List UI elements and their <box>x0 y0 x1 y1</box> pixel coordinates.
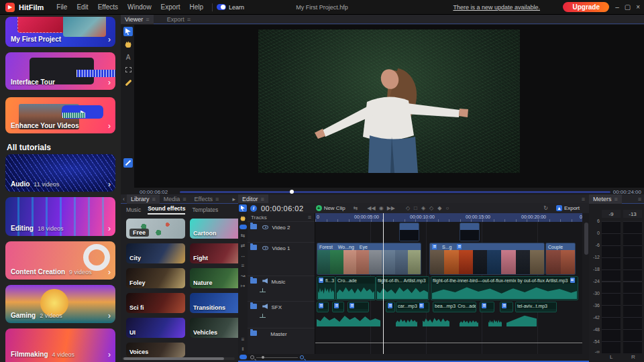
lock-icon[interactable] <box>250 304 257 309</box>
sfx-clip[interactable] <box>347 302 369 312</box>
export-button[interactable]: ▲ Export <box>556 205 580 211</box>
sfx-clip[interactable]: tel-aviv...t.mp3 <box>515 302 557 312</box>
category-city[interactable]: City <box>126 243 185 263</box>
featured-card-my-first-project[interactable]: My First Project › <box>5 17 115 47</box>
featured-card-interface-tour[interactable]: Interface Tour › <box>5 52 115 90</box>
track-lane-video2[interactable] <box>315 222 582 242</box>
tab-scroll-right-icon[interactable]: ▸ <box>229 196 238 202</box>
track-header-video1[interactable]: Video 1 <box>248 243 315 276</box>
keyframe-manual-icon[interactable]: ◆ <box>437 205 441 211</box>
hand-tool[interactable] <box>123 40 133 49</box>
keyframe-circle-icon[interactable]: ○ <box>445 205 449 211</box>
learn-toggle[interactable]: Learn <box>217 4 244 11</box>
upgrade-button[interactable]: Upgrade <box>563 2 609 12</box>
audio-clip[interactable]: fl...3 <box>317 276 335 300</box>
track-lane-sfx[interactable]: car...mp3 bea...mp3Cro...ade tel-aviv...… <box>315 301 582 328</box>
speaker-icon[interactable] <box>262 304 268 309</box>
video-clip[interactable] <box>399 223 419 241</box>
tab-library[interactable]: Library ≡ <box>127 194 160 204</box>
speaker-icon[interactable] <box>262 278 268 284</box>
envelope-tool[interactable]: ↝ <box>239 272 247 280</box>
sfx-clip[interactable]: bea...mp3Cro...ade <box>433 302 476 312</box>
category-voices[interactable]: Voices <box>126 343 185 357</box>
track-lane-master[interactable] <box>315 328 582 354</box>
slip-edit-icon[interactable]: ⇆ <box>354 205 358 211</box>
menu-file[interactable]: File <box>52 3 72 11</box>
track-lane-music[interactable]: fl...3 Cro...ade flight-of-th... Artlist… <box>315 276 582 301</box>
video-clip[interactable] <box>460 223 480 241</box>
audio-clip[interactable]: flight-of-th... Artlist.mp3 <box>376 276 429 300</box>
editor-timecode[interactable]: 00:00:06:02 <box>261 204 304 213</box>
hand-tool[interactable] <box>239 215 247 222</box>
select-tool[interactable] <box>123 27 133 36</box>
panel-menu-icon[interactable]: ≡ <box>182 196 186 202</box>
category-foley[interactable]: Foley <box>126 268 185 288</box>
timeline-ruler[interactable]: 0 00:00:05:00 00:00:10:00 00:00:15:00 00… <box>315 213 582 222</box>
featured-card-enhance-your-videos[interactable]: ▶ Enhance Your Videos › <box>5 97 115 133</box>
automation-icon[interactable] <box>260 314 266 318</box>
timeline-zoom-control[interactable] <box>250 355 304 359</box>
next-keyframe-icon[interactable]: ▶▶ <box>387 205 395 211</box>
tab-meters[interactable]: Meters ≡ <box>589 194 622 204</box>
add-keyframe-icon[interactable]: ◉ <box>379 205 384 211</box>
video-clip-forest[interactable]: Forest Wo...ng Eye <box>317 243 421 275</box>
keyframe-hold-icon[interactable]: □ <box>414 205 417 211</box>
tab-editor[interactable]: Editor ≡ <box>238 194 268 204</box>
visibility-eye-icon[interactable] <box>262 225 268 229</box>
refresh-icon[interactable]: ↻ <box>543 205 548 211</box>
automation-icon[interactable] <box>260 288 266 292</box>
keyframe-smooth-icon[interactable]: ◈ <box>421 205 425 211</box>
tab-media[interactable]: Media ≡ <box>160 194 191 204</box>
panel-menu-icon[interactable]: ≡ <box>215 196 219 202</box>
track-header-sfx[interactable]: SFX <box>248 302 315 328</box>
rate-stretch-tool[interactable]: ≡ <box>239 262 247 269</box>
collapse-tracks-icon[interactable] <box>239 355 247 359</box>
video-clip-montage[interactable]: S...g <box>429 243 545 275</box>
slip-tool[interactable] <box>239 225 247 229</box>
audio-clip[interactable]: flight-of-the-inner-bird---out-of-flux-r… <box>431 276 578 300</box>
draw-tool[interactable] <box>123 78 133 87</box>
sfx-clip[interactable]: car...mp3 <box>396 302 429 312</box>
panel-menu-icon[interactable]: ≡ <box>614 196 618 202</box>
tracks-menu-icon[interactable]: ≡ <box>308 214 311 221</box>
minimize-button[interactable]: – <box>615 3 619 11</box>
zoom-slider[interactable] <box>256 357 298 358</box>
lock-icon[interactable] <box>250 330 257 336</box>
editor-vscrollbar[interactable] <box>584 223 588 255</box>
panel-menu-icon[interactable]: ≡ <box>261 196 264 202</box>
snap-tool[interactable]: ↦ <box>239 282 247 290</box>
select-tool[interactable] <box>239 204 247 212</box>
lock-icon[interactable] <box>250 224 257 229</box>
tab-viewer[interactable]: Viewer ≡ <box>121 15 154 24</box>
tutorial-card-audio[interactable]: Audio11 videos › <box>5 154 115 192</box>
text-tool[interactable]: A <box>123 52 133 62</box>
playhead-handle[interactable] <box>290 190 294 194</box>
close-button[interactable]: × <box>636 3 640 11</box>
menu-window[interactable]: Window <box>123 3 156 11</box>
zoom-out-icon[interactable] <box>250 355 254 359</box>
panel-menu-icon[interactable]: ≡ <box>146 16 149 23</box>
keyframe-linear-icon[interactable]: ◇ <box>406 205 410 211</box>
menu-export[interactable]: Export <box>156 3 185 11</box>
roll-tool[interactable]: ↔ <box>239 252 247 259</box>
category-ui[interactable]: UI <box>126 318 185 338</box>
mask-rect-tool[interactable] <box>123 65 133 74</box>
subtab-templates[interactable]: Templates <box>192 206 218 213</box>
panel-menu-icon[interactable]: ≡ <box>187 16 191 23</box>
mixer-icon[interactable]: ≡ <box>239 336 247 343</box>
audio-clip[interactable]: Cro...ade <box>335 276 376 300</box>
subtab-sound-effects[interactable]: Sound effects <box>148 205 185 215</box>
info-icon[interactable]: i <box>250 205 257 212</box>
subtab-music[interactable]: Music <box>126 206 141 213</box>
panel-menu-icon[interactable]: ≡ <box>152 196 156 202</box>
keyframe-auto-icon[interactable]: ◇ <box>429 205 433 211</box>
visibility-eye-icon[interactable] <box>262 246 268 250</box>
sfx-clip[interactable] <box>386 302 395 312</box>
timeline[interactable]: 0 00:00:05:00 00:00:10:00 00:00:15:00 00… <box>315 213 582 354</box>
zoom-in-icon[interactable] <box>300 355 304 359</box>
tutorial-card-editing[interactable]: Editing18 videos › <box>5 197 115 236</box>
track-header-video2[interactable]: Video 2 <box>248 222 315 243</box>
category-sci-fi[interactable]: Sci fi <box>126 293 185 313</box>
maximize-button[interactable]: ▢ <box>625 3 631 11</box>
viewer-stage[interactable] <box>134 25 644 188</box>
